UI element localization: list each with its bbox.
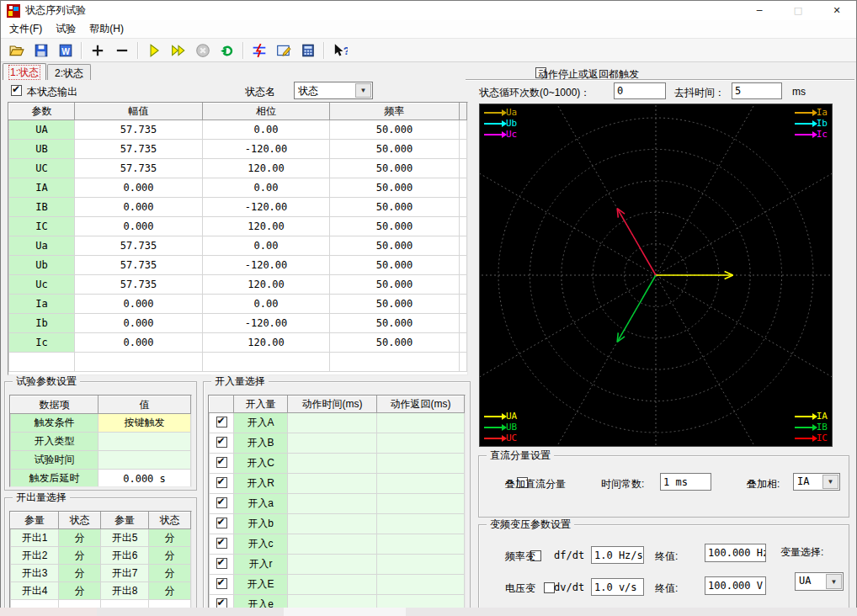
frequency-cell[interactable]: 50.000 (330, 295, 460, 314)
param-value-cell[interactable]: 按键触发 (98, 414, 191, 433)
variable-select-combo[interactable]: UA ▼ (795, 572, 844, 591)
input-enable-cell[interactable] (210, 555, 234, 575)
input-enable-checkbox[interactable] (216, 598, 227, 608)
input-enable-checkbox[interactable] (216, 417, 227, 427)
output-state-cell[interactable]: 分 (149, 582, 191, 600)
chevron-down-icon[interactable]: ▼ (826, 574, 842, 589)
freq-final-input[interactable] (705, 544, 766, 562)
phase-cell[interactable]: 120.00 (203, 159, 330, 178)
context-help-button[interactable]: ? (327, 39, 352, 61)
fault-waveform-button[interactable] (247, 39, 271, 61)
minimize-button[interactable]: ─ (740, 1, 779, 20)
debounce-input[interactable] (732, 82, 782, 99)
phase-cell[interactable]: 120.00 (203, 275, 330, 295)
input-enable-checkbox[interactable] (216, 457, 227, 468)
dvdt-input[interactable] (591, 578, 644, 596)
frequency-cell[interactable]: 50.000 (330, 275, 460, 295)
phase-cell[interactable]: 0.00 (203, 295, 330, 314)
calculator-button[interactable] (295, 39, 320, 61)
frequency-cell[interactable]: 50.000 (330, 120, 460, 140)
input-enable-checkbox[interactable] (216, 558, 227, 569)
param-value-cell[interactable] (98, 433, 191, 451)
stop-button[interactable] (190, 39, 215, 61)
input-enable-checkbox[interactable] (216, 538, 227, 549)
frequency-cell[interactable]: 50.000 (330, 217, 460, 236)
param-value-cell[interactable]: 0.000 s (98, 470, 191, 488)
dfdt-input[interactable] (591, 546, 644, 564)
dc-phase-combo[interactable]: IA ▼ (793, 473, 840, 491)
volt-final-input[interactable] (705, 576, 766, 595)
output-state-cell[interactable]: 分 (59, 529, 101, 547)
undo-button[interactable] (215, 39, 239, 61)
output-state-cell[interactable]: 分 (59, 565, 101, 582)
phase-cell[interactable]: 120.00 (203, 333, 330, 353)
menu-item[interactable]: 帮助(H) (83, 20, 130, 38)
phase-cell[interactable]: 0.00 (203, 120, 330, 140)
amplitude-cell[interactable]: 0.000 (75, 314, 203, 333)
loop-count-input[interactable] (614, 82, 666, 99)
phase-cell[interactable]: -120.00 (203, 314, 330, 333)
output-state-cell[interactable]: 分 (149, 547, 191, 565)
phase-cell[interactable]: -120.00 (203, 140, 330, 159)
start-continuous-button[interactable] (166, 39, 190, 61)
input-enable-cell[interactable] (210, 454, 234, 474)
output-state-cell[interactable]: 分 (59, 582, 101, 600)
frequency-cell[interactable]: 50.000 (330, 256, 460, 275)
frequency-cell[interactable]: 50.000 (330, 178, 460, 198)
amplitude-cell[interactable]: 0.000 (75, 178, 203, 198)
input-enable-checkbox[interactable] (216, 437, 227, 448)
phase-cell[interactable]: 0.00 (203, 178, 330, 198)
input-enable-checkbox[interactable] (216, 477, 227, 488)
amplitude-cell[interactable]: 0.000 (75, 295, 203, 314)
chevron-down-icon[interactable]: ▼ (822, 475, 838, 489)
frequency-cell[interactable]: 50.000 (330, 314, 460, 333)
amplitude-cell[interactable]: 57.735 (75, 140, 203, 159)
input-enable-cell[interactable] (210, 595, 234, 608)
close-button[interactable]: ✕ (817, 1, 856, 20)
input-enable-checkbox[interactable] (216, 578, 227, 589)
frequency-cell[interactable]: 50.000 (330, 236, 460, 256)
output-state-cell[interactable]: 分 (149, 565, 191, 582)
add-state-button[interactable] (85, 39, 109, 61)
menu-item[interactable]: 试验 (49, 20, 83, 38)
frequency-cell[interactable]: 50.000 (330, 333, 460, 353)
remove-state-button[interactable] (109, 39, 134, 61)
phase-cell[interactable]: 120.00 (203, 217, 330, 236)
save-button[interactable] (29, 39, 53, 61)
input-enable-cell[interactable] (210, 474, 234, 494)
time-constant-input[interactable] (660, 473, 711, 491)
output-state-cell[interactable]: 分 (59, 547, 101, 565)
input-enable-checkbox[interactable] (216, 518, 227, 528)
export-report-button[interactable]: W (53, 39, 77, 61)
amplitude-cell[interactable]: 0.000 (75, 333, 203, 353)
menu-item[interactable]: 文件(F) (3, 20, 49, 38)
amplitude-cell[interactable]: 0.000 (75, 198, 203, 217)
input-enable-checkbox[interactable] (216, 497, 227, 508)
amplitude-cell[interactable]: 57.735 (75, 120, 203, 140)
output-state-cell[interactable]: 分 (149, 529, 191, 547)
input-enable-cell[interactable] (210, 413, 234, 433)
amplitude-cell[interactable]: 57.735 (75, 256, 203, 275)
input-enable-cell[interactable] (210, 433, 234, 454)
amplitude-cell[interactable]: 57.735 (75, 275, 203, 295)
phase-cell[interactable]: -120.00 (203, 256, 330, 275)
param-value-cell[interactable] (98, 451, 191, 470)
frequency-cell[interactable]: 50.000 (330, 140, 460, 159)
chevron-down-icon[interactable]: ▼ (355, 83, 371, 98)
start-button[interactable] (141, 39, 166, 61)
amplitude-cell[interactable]: 57.735 (75, 159, 203, 178)
amplitude-cell[interactable]: 57.735 (75, 236, 203, 256)
tab-state-1[interactable]: 1:状态 (3, 63, 46, 80)
state-output-checkbox[interactable] (11, 85, 22, 96)
input-enable-cell[interactable] (210, 514, 234, 534)
amplitude-cell[interactable]: 0.000 (75, 217, 203, 236)
tab-state-2[interactable]: 2:状态 (47, 64, 91, 80)
input-enable-cell[interactable] (210, 494, 234, 514)
state-name-combo[interactable]: 状态 ▼ (294, 82, 373, 99)
frequency-cell[interactable]: 50.000 (330, 198, 460, 217)
open-button[interactable] (4, 39, 29, 61)
input-enable-cell[interactable] (210, 575, 234, 595)
input-enable-cell[interactable] (210, 534, 234, 555)
phase-cell[interactable]: 0.00 (203, 236, 330, 256)
phase-cell[interactable]: -120.00 (203, 198, 330, 217)
